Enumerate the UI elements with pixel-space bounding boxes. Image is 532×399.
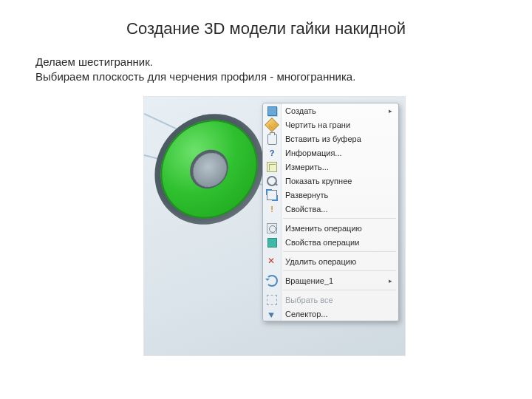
menu-item-measure[interactable]: Измерить... [263,160,398,174]
menu-item-expand[interactable]: Развернуть [263,188,398,202]
menu-item-label: Селектор... [285,310,328,318]
selectall-icon [266,294,278,306]
menu-item-props[interactable]: !Свойства... [263,202,398,216]
menu-item-rev1[interactable]: Вращение_1▸ [263,273,398,287]
measure-icon [266,161,278,173]
rev1-icon [266,275,278,287]
menu-item-label: Показать крупнее [285,177,352,185]
slide: Создание 3D модели гайки накидной Делаем… [0,0,532,399]
info-icon: ? [266,147,278,159]
menu-item-label: Выбрать все [285,296,333,304]
sketch-icon [266,119,278,131]
menu-item-label: Изменить операцию [285,224,362,233]
nut-part[interactable] [150,103,267,235]
expand-icon [266,189,278,201]
page-title: Создание 3D модели гайки накидной [0,19,532,38]
menu-item-label: Чертить на грани [285,120,350,129]
menu-item-zoom[interactable]: Показать крупнее [263,174,398,188]
opprops-icon [266,236,278,248]
menu-item-label: Развернуть [285,191,328,200]
menu-item-editop[interactable]: Изменить операцию [263,221,398,235]
menu-separator [283,270,396,271]
menu-item-delop[interactable]: Удалить операцию [263,254,398,268]
submenu-arrow-icon: ▸ [389,277,392,284]
menu-separator [283,290,396,290]
cad-screenshot: Создать▸Чертить на граниВставить из буфе… [143,96,406,356]
menu-item-paste[interactable]: Вставить из буфера [263,132,398,146]
body-line-2: Выбираем плоскость для черчения профиля … [35,69,355,84]
menu-item-label: Удалить операцию [285,257,356,266]
menu-item-opprops[interactable]: Свойства операции [263,235,398,249]
menu-item-label: Вращение_1 [285,276,333,285]
delop-icon [266,256,278,267]
menu-item-sketch[interactable]: Чертить на грани [263,117,398,132]
menu-separator [283,251,396,252]
menu-item-selector[interactable]: Селектор... [263,307,398,321]
menu-item-label: Свойства... [285,205,327,214]
props-icon: ! [266,203,278,215]
menu-item-create[interactable]: Создать▸ [263,103,398,117]
editop-icon [266,222,278,234]
paste-icon [266,133,278,145]
menu-item-label: Измерить... [285,163,329,171]
create-icon [266,105,278,117]
body-text: Делаем шестигранник. Выбираем плоскость … [35,55,355,85]
body-line-1: Делаем шестигранник. [35,55,355,69]
menu-item-label: Вставить из буфера [285,134,361,143]
menu-item-label: Свойства операции [285,238,359,247]
menu-item-info[interactable]: ?Информация... [263,146,398,160]
submenu-arrow-icon: ▸ [389,107,392,115]
selector-icon [266,308,278,320]
zoom-icon [266,175,278,187]
context-menu[interactable]: Создать▸Чертить на граниВставить из буфе… [262,103,399,321]
menu-separator [283,218,396,219]
menu-item-label: Информация... [285,149,342,157]
menu-item-label: Создать [285,106,316,115]
menu-item-selectall: Выбрать все [263,293,398,307]
